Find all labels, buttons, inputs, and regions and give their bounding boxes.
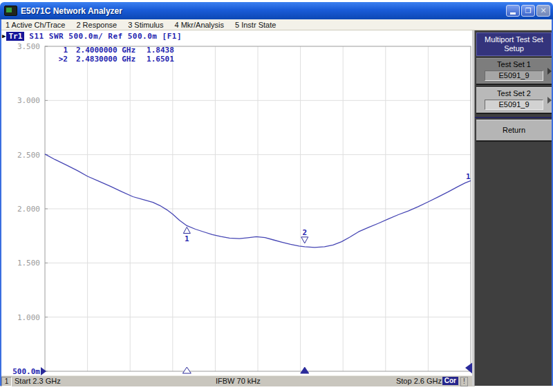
app-icon [4,6,17,16]
marker-1-number: 1 [185,234,189,243]
trace-descriptor[interactable]: S11 SWR 500.0m/ Ref 500.0m [F1] [29,32,182,41]
app-window: E5071C Network Analyzer ❐ ✕ 1 Active Ch/… [0,0,553,392]
trace-status-bar: ▶ Tr1 S11 SWR 500.0m/ Ref 500.0m [F1] [2,31,182,41]
alert-indicator: ! [460,377,468,386]
menu-item-5[interactable]: 5 Instr State [229,21,281,29]
stop-frequency-label: Stop 2.6 GHz [396,377,442,385]
softkey-list: Test Set 1E5091_9Test Set 2E5091_9Return [475,58,553,142]
y-axis-tick-label: 2.000 [17,205,40,214]
y-axis-tick-label: 1.000 [17,313,40,322]
menu-item-4[interactable]: 4 Mkr/Analysis [169,21,229,29]
softkey-value: E5091_9 [485,100,543,110]
minimize-button[interactable] [506,5,520,17]
window-border-left [0,18,1,386]
channel-number-badge: 1 [1,377,12,386]
marker-1-symbol[interactable] [183,227,190,233]
softkey-return-button[interactable]: Return [476,120,552,142]
marker-value: 1.8438 [147,46,174,55]
y-axis-tick-label: 3.000 [17,96,40,105]
active-trace-indicator-icon: ▶ [2,32,6,39]
marker-number: 1 [53,46,68,55]
marker-2-stimulus-indicator-icon[interactable] [301,367,309,373]
minimize-icon [510,12,516,15]
softkey-value: E5091_9 [485,71,543,81]
menu-bar: 1 Active Ch/Trace2 Response3 Stimulus4 M… [0,19,553,30]
restore-button[interactable]: ❐ [521,5,535,17]
trace-name-badge[interactable]: Tr1 [6,32,24,41]
softkey-separator [475,117,553,118]
plot-frame [45,46,471,371]
menu-item-2[interactable]: 2 Response [71,21,122,29]
status-bar: 1 Start 2.3 GHz IFBW 70 kHz Stop 2.6 GHz… [0,375,475,386]
softkey-label: Test Set 2 [476,89,552,98]
softkey-menu-title: Multiport Test Set Setup [476,32,552,56]
marker-2-symbol[interactable] [301,237,308,243]
title-bar[interactable]: E5071C Network Analyzer ❐ ✕ [0,2,553,19]
y-axis-tick-label: 2.500 [17,151,40,160]
softkey-menu: Multiport Test Set Setup Test Set 1E5091… [475,30,553,386]
softkey-test-set-2-button[interactable]: Test Set 2E5091_9 [476,87,552,114]
marker-value: 1.6501 [147,55,174,64]
reference-level-marker-icon [41,367,46,375]
correction-status-badge: Cor [442,377,458,385]
menu-item-3[interactable]: 3 Stimulus [122,21,169,29]
menu-item-1[interactable]: 1 Active Ch/Trace [0,21,71,29]
swr-trace [45,154,471,248]
marker-readout-row-1: 12.4000000 GHz1.8438 [53,46,174,55]
softkey-label: Test Set 1 [476,60,552,69]
marker-number: >2 [53,55,68,64]
marker-1-stimulus-indicator-icon[interactable] [182,367,191,373]
marker-2-number: 2 [302,228,307,237]
ifbw-label: IFBW 70 kHz [216,377,261,385]
softkey-label: Return [476,126,552,135]
y-axis-tick-label: 1.500 [17,259,40,268]
marker-readout-row-2: >22.4830000 GHz1.6501 [53,55,174,64]
marker-stimulus: 2.4830000 GHz [76,55,135,64]
y-axis-tick-label: 3.500 [17,42,40,51]
marker-readout: 12.4000000 GHz1.8438>22.4830000 GHz1.650… [53,46,174,64]
window-title: E5071C Network Analyzer [21,6,505,16]
marker-stimulus: 2.4000000 GHz [76,46,135,55]
softkey-test-set-1-button[interactable]: Test Set 1E5091_9 [476,58,552,85]
trace-end-number: 1 [466,172,471,181]
close-button[interactable]: ✕ [536,5,550,17]
start-frequency-label: Start 2.3 GHz [15,377,61,385]
